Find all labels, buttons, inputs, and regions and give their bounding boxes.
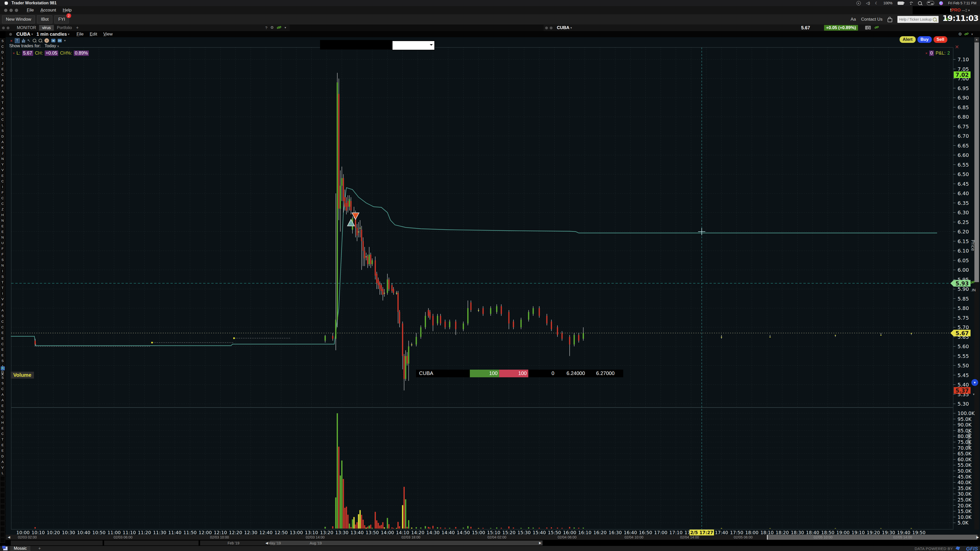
- svg-text:16:30: 16:30: [609, 530, 622, 535]
- in-label: .IN: [971, 288, 976, 292]
- svg-text:6.45: 6.45: [958, 181, 969, 187]
- svg-text:14:10: 14:10: [396, 530, 409, 535]
- svg-text:Volume: Volume: [967, 431, 972, 448]
- svg-text:5.93: 5.93: [956, 281, 969, 287]
- svg-text:13:30: 13:30: [335, 530, 348, 535]
- svg-text:6.00: 6.00: [958, 267, 969, 273]
- volume-pane-label: Volume: [11, 372, 34, 379]
- scroll-down-button[interactable]: ▼: [971, 379, 978, 386]
- svg-text:17:10: 17:10: [670, 530, 682, 535]
- svg-text:5.30: 5.30: [958, 401, 969, 407]
- buy-button[interactable]: Buy: [918, 36, 932, 43]
- svg-text:5.50: 5.50: [958, 362, 969, 368]
- svg-text:7.02: 7.02: [956, 72, 969, 78]
- svg-text:19:50: 19:50: [912, 530, 926, 535]
- svg-text:11:00: 11:00: [107, 530, 121, 535]
- svg-text:10:10: 10:10: [32, 530, 45, 535]
- svg-text:18:40: 18:40: [806, 530, 819, 535]
- svg-text:6.75: 6.75: [958, 124, 969, 130]
- svg-text:5.85: 5.85: [958, 295, 969, 302]
- chevron-down-icon[interactable]: ▾: [973, 392, 975, 396]
- svg-text:13:40: 13:40: [350, 530, 364, 535]
- svg-text:50.0K: 50.0K: [958, 468, 972, 474]
- svg-text:6.20: 6.20: [958, 229, 969, 235]
- ask-price-cell[interactable]: 6.27000: [584, 370, 614, 376]
- svg-text:65.0K: 65.0K: [958, 451, 972, 456]
- svg-text:12:00: 12:00: [199, 530, 212, 535]
- link-icon[interactable]: [970, 280, 975, 286]
- svg-text:11:10: 11:10: [123, 530, 136, 535]
- svg-text:2/5 17:27: 2/5 17:27: [690, 530, 713, 535]
- svg-text:6.30: 6.30: [958, 210, 969, 216]
- svg-text:12:50: 12:50: [275, 530, 288, 535]
- sell-button[interactable]: Sell: [934, 36, 947, 43]
- svg-text:16:40: 16:40: [624, 530, 637, 535]
- svg-text:13:10: 13:10: [305, 530, 318, 535]
- svg-text:5.67: 5.67: [956, 330, 969, 337]
- svg-text:16:50: 16:50: [639, 530, 652, 535]
- svg-text:5.60: 5.60: [958, 343, 969, 349]
- svg-text:15.0K: 15.0K: [958, 508, 972, 514]
- svg-text:5.45: 5.45: [958, 372, 969, 378]
- svg-text:7.10: 7.10: [958, 56, 969, 62]
- svg-text:6.80: 6.80: [958, 114, 969, 120]
- svg-text:19:30: 19:30: [882, 530, 895, 535]
- svg-text:16:00: 16:00: [563, 530, 576, 535]
- close-pane-icon[interactable]: ✕: [1, 372, 5, 377]
- account-dropdown[interactable]: [392, 41, 435, 50]
- quote-strip-symbol: CUBA: [419, 370, 433, 376]
- svg-text:6.40: 6.40: [958, 190, 969, 197]
- svg-text:10:20: 10:20: [47, 530, 60, 535]
- screen: Trader Workstation 981 ▸ ◁) ☾ 100% Fri F…: [0, 0, 980, 551]
- svg-text:6.70: 6.70: [958, 133, 969, 139]
- svg-text:10.0K: 10.0K: [958, 514, 972, 520]
- svg-text:30.0K: 30.0K: [958, 491, 972, 497]
- svg-text:12:20: 12:20: [229, 530, 242, 535]
- svg-text:15:10: 15:10: [487, 530, 501, 535]
- svg-text:100.0K: 100.0K: [958, 410, 975, 416]
- svg-text:45.0K: 45.0K: [958, 474, 972, 480]
- svg-text:5.37: 5.37: [956, 388, 969, 394]
- svg-text:11:30: 11:30: [153, 530, 166, 535]
- bid-price-cell[interactable]: 6.24000: [555, 370, 585, 376]
- expand-pane-icon[interactable]: ⇱: [1, 366, 5, 370]
- svg-text:35.0K: 35.0K: [958, 486, 972, 491]
- svg-text:13:20: 13:20: [320, 530, 333, 535]
- svg-text:12:10: 12:10: [214, 530, 227, 535]
- svg-text:5.80: 5.80: [958, 305, 969, 311]
- bid-size-cell[interactable]: 100: [470, 370, 499, 377]
- svg-text:10:30: 10:30: [62, 530, 75, 535]
- candlestick-chart[interactable]: 5.305.355.405.455.505.555.605.655.705.75…: [0, 0, 980, 551]
- svg-text:6.15: 6.15: [958, 238, 969, 245]
- svg-text:18:20: 18:20: [776, 530, 789, 535]
- redacted-account-box: [913, 6, 950, 14]
- svg-text:95.0K: 95.0K: [958, 416, 972, 422]
- svg-text:19:20: 19:20: [867, 530, 880, 535]
- svg-text:20.0K: 20.0K: [958, 503, 972, 508]
- svg-text:5.90: 5.90: [958, 286, 969, 292]
- svg-text:90.0K: 90.0K: [958, 422, 972, 427]
- svg-text:15:40: 15:40: [533, 530, 546, 535]
- svg-text:19:00: 19:00: [836, 530, 850, 535]
- svg-text:55.0K: 55.0K: [958, 462, 972, 468]
- svg-text:6.50: 6.50: [958, 171, 969, 177]
- svg-text:11:20: 11:20: [138, 530, 151, 535]
- svg-text:Price: Price: [970, 240, 976, 251]
- svg-text:16:10: 16:10: [578, 530, 592, 535]
- svg-text:6.05: 6.05: [958, 257, 969, 264]
- quote-strip[interactable]: CUBA 100 100 0 6.24000 6.27000: [416, 370, 623, 377]
- svg-text:7.05: 7.05: [958, 66, 969, 72]
- svg-text:14:50: 14:50: [457, 530, 470, 535]
- svg-text:6.25: 6.25: [958, 219, 969, 225]
- svg-text:6.35: 6.35: [958, 200, 969, 206]
- svg-text:13:50: 13:50: [366, 530, 379, 535]
- svg-text:17:50: 17:50: [730, 530, 743, 535]
- alert-button[interactable]: Alert: [900, 36, 916, 43]
- redacted-overlay-box: [320, 40, 392, 49]
- svg-text:6.10: 6.10: [958, 248, 969, 254]
- svg-text:18:10: 18:10: [760, 530, 774, 535]
- svg-text:11:40: 11:40: [168, 530, 181, 535]
- svg-text:14:20: 14:20: [411, 530, 425, 535]
- ask-size-cell[interactable]: 100: [499, 370, 528, 377]
- svg-text:18:30: 18:30: [791, 530, 804, 535]
